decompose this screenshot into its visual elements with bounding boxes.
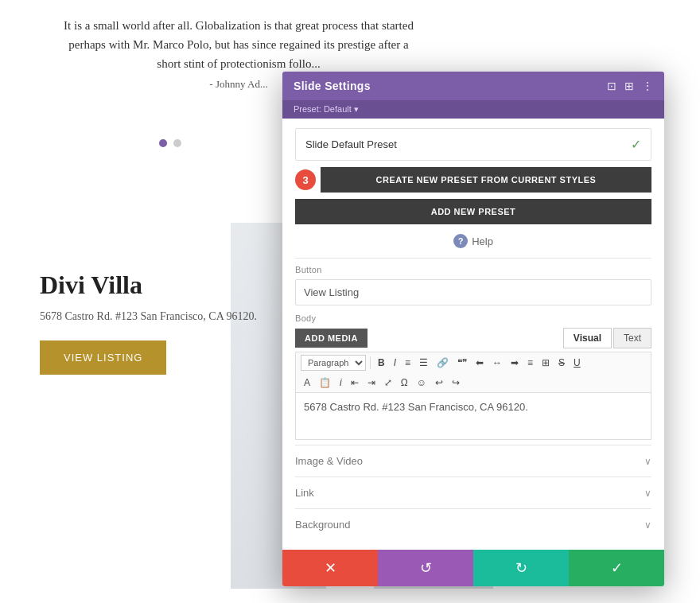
modal-title: Slide Settings <box>294 80 371 92</box>
create-preset-button[interactable]: CREATE NEW PRESET FROM CURRENT STYLES <box>321 167 651 193</box>
image-video-section[interactable]: Image & Video ∨ <box>295 445 651 477</box>
modal-header: Slide Settings ⊡ ⊞ ⋮ <box>282 72 664 100</box>
strikethrough-button[interactable]: S <box>555 356 568 370</box>
ul-button[interactable]: ≡ <box>402 356 414 370</box>
format-toolbar-row1: Paragraph Heading 1 Heading 2 B I ≡ ☰ 🔗 … <box>295 352 651 373</box>
paragraph-select[interactable]: Paragraph Heading 1 Heading 2 <box>301 355 366 371</box>
editor-content[interactable]: 5678 Castro Rd. #123 San Francisco, CA 9… <box>295 392 651 440</box>
align-right-button[interactable]: ➡ <box>508 356 522 370</box>
slide-dots <box>159 139 181 147</box>
preset-bar[interactable]: Preset: Default ▾ <box>282 100 664 119</box>
villa-title: Divi Villa <box>40 270 257 300</box>
columns-icon[interactable]: ⊞ <box>624 80 634 92</box>
modal-header-icons: ⊡ ⊞ ⋮ <box>607 80 653 92</box>
link-section[interactable]: Link ∨ <box>295 477 651 508</box>
undo-button[interactable]: ↺ <box>378 550 473 586</box>
underline-button[interactable]: U <box>570 356 584 370</box>
quote-text: It is a small world after all. Globaliza… <box>64 16 414 73</box>
bold-button[interactable]: B <box>375 356 388 370</box>
align-center-button[interactable]: ↔ <box>489 356 505 370</box>
dot-1[interactable] <box>159 139 167 147</box>
format-toolbar-row2: A 📋 i ⇤ ⇥ ⤢ Ω ☺ ↩ ↪ <box>295 373 651 392</box>
more-icon[interactable]: ⋮ <box>642 80 653 92</box>
button-field-input[interactable] <box>295 279 651 305</box>
indent-left-button[interactable]: ⇤ <box>348 375 362 390</box>
color-button[interactable]: A <box>301 375 313 390</box>
button-section-label: Button <box>295 265 651 274</box>
create-preset-row: 3 CREATE NEW PRESET FROM CURRENT STYLES <box>295 167 651 193</box>
background-chevron: ∨ <box>644 519 651 531</box>
preset-item-default[interactable]: Slide Default Preset ✓ <box>295 128 651 161</box>
redo-format-button[interactable]: ↪ <box>449 375 463 390</box>
add-media-button[interactable]: ADD MEDIA <box>295 329 368 348</box>
body-section-label: Body <box>295 313 651 323</box>
paste-button[interactable]: 📋 <box>316 375 334 390</box>
villa-address: 5678 Castro Rd. #123 San Francisco, CA 9… <box>40 308 257 325</box>
table-button[interactable]: ⊞ <box>539 356 553 370</box>
slide-settings-modal: Slide Settings ⊡ ⊞ ⋮ Preset: Default ▾ S… <box>282 72 664 586</box>
link-chevron: ∨ <box>644 488 651 499</box>
cancel-button[interactable]: ✕ <box>282 550 378 586</box>
villa-info: Divi Villa 5678 Castro Rd. #123 San Fran… <box>40 270 257 375</box>
fullscreen-button[interactable]: ⤢ <box>381 375 395 390</box>
image-video-chevron: ∨ <box>644 456 651 467</box>
link-button[interactable]: 🔗 <box>434 356 452 370</box>
undo-format-button[interactable]: ↩ <box>432 375 446 390</box>
align-left-button[interactable]: ⬅ <box>472 356 487 370</box>
emoji-button[interactable]: ☺ <box>414 375 430 390</box>
view-listing-button[interactable]: VIEW LISTING <box>40 340 166 375</box>
text-tab[interactable]: Text <box>613 328 651 348</box>
section-divider <box>295 258 651 259</box>
image-video-label: Image & Video <box>295 455 363 467</box>
help-label[interactable]: Help <box>472 235 493 247</box>
redo-button[interactable]: ↻ <box>473 550 569 586</box>
toolbar-divider-1 <box>370 356 371 369</box>
action-bar: ✕ ↺ ↻ ✓ <box>282 550 664 586</box>
editor-top-bar: ADD MEDIA Visual Text <box>295 328 651 348</box>
modal-body: Slide Default Preset ✓ 3 CREATE NEW PRES… <box>282 119 664 550</box>
dot-2[interactable] <box>173 139 181 147</box>
justify-button[interactable]: ≡ <box>524 356 536 370</box>
save-button[interactable]: ✓ <box>569 550 664 586</box>
help-row: ? Help <box>295 231 651 255</box>
omega-button[interactable]: Ω <box>398 375 411 390</box>
help-icon: ? <box>453 234 468 248</box>
link-label: Link <box>295 487 314 499</box>
blockquote-button[interactable]: ❝❞ <box>454 356 470 370</box>
visual-tab[interactable]: Visual <box>563 328 612 348</box>
background-label: Background <box>295 519 350 531</box>
body-section: Body ADD MEDIA Visual Text Paragraph Hea… <box>295 313 651 440</box>
resize-icon[interactable]: ⊡ <box>607 80 616 92</box>
preset-item-name: Slide Default Preset <box>305 138 397 150</box>
background-section[interactable]: Background ∨ <box>295 508 651 540</box>
ol-button[interactable]: ☰ <box>416 356 431 370</box>
italic-button[interactable]: I <box>391 356 399 370</box>
add-preset-button[interactable]: ADD NEW PRESET <box>295 199 651 224</box>
italic2-button[interactable]: i <box>336 375 345 390</box>
visual-text-tabs: Visual Text <box>563 328 651 348</box>
indent-right-button[interactable]: ⇥ <box>364 375 379 390</box>
preset-check-icon: ✓ <box>631 137 641 152</box>
step-badge: 3 <box>295 169 316 190</box>
